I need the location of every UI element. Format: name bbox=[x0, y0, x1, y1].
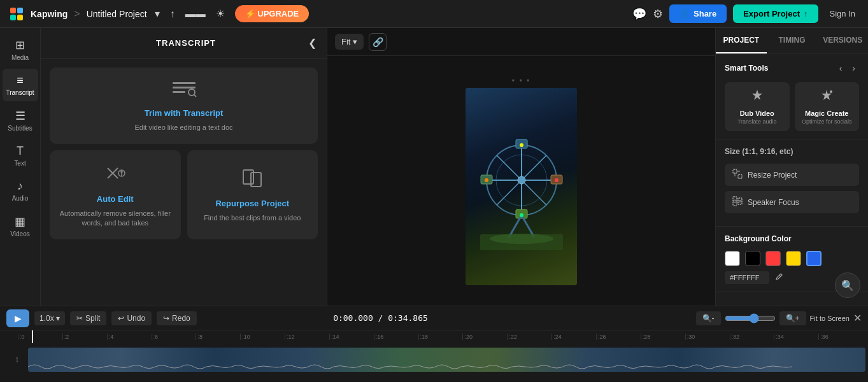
fit-chevron-icon: ▾ bbox=[353, 37, 357, 46]
size-label: Size (1:1, 9:16, etc) bbox=[725, 147, 793, 156]
fit-dropdown-btn[interactable]: Fit ▾ bbox=[335, 34, 364, 50]
tool-card-repurpose[interactable]: Repurpose Project Find the best clips fr… bbox=[187, 150, 318, 239]
share-button[interactable]: 👤 Share bbox=[669, 4, 727, 23]
search-fab[interactable]: 🔍 bbox=[835, 272, 860, 298]
color-swatch-blue[interactable] bbox=[806, 251, 822, 266]
timeline-tools: 🔍- 🔍+ Fit to Screen ✕ bbox=[696, 311, 862, 325]
svg-line-8 bbox=[194, 95, 196, 97]
smart-tools-next-btn[interactable]: › bbox=[848, 62, 859, 74]
svg-rect-5 bbox=[173, 87, 196, 88]
video-canvas[interactable]: • • • bbox=[327, 56, 715, 306]
timeline-ruler: :0 :2 :4 :6 :8 :10 :12 :14 :16 :18 :20 :… bbox=[13, 330, 868, 343]
smart-tools-title: Smart Tools ‹ › bbox=[725, 62, 859, 74]
trim-tool-icon bbox=[171, 78, 197, 103]
svg-point-35 bbox=[485, 178, 488, 182]
svg-rect-2 bbox=[10, 15, 16, 20]
svg-rect-40 bbox=[733, 169, 737, 173]
tool-card-trim[interactable]: Trim with Transcript Edit video like edi… bbox=[50, 67, 318, 144]
comments-btn[interactable]: 💬 bbox=[632, 7, 646, 21]
smart-tool-magic-create[interactable]: Magic Create Optimize for socials bbox=[795, 82, 860, 131]
share-icon: 👤 bbox=[679, 9, 690, 18]
tab-timing[interactable]: TIMING bbox=[767, 28, 818, 53]
timeline: ▶ 1.0x ▾ ✂ Split ↩ Undo ↪ Redo 0:00.000 … bbox=[0, 306, 868, 382]
play-button[interactable]: ▶ bbox=[6, 309, 29, 327]
tab-versions[interactable]: VERSIONS bbox=[817, 28, 868, 53]
video-preview[interactable] bbox=[466, 88, 577, 285]
svg-point-46 bbox=[734, 200, 736, 202]
upload-btn[interactable]: ↑ bbox=[167, 6, 178, 22]
sidebar-item-subtitles[interactable]: ☰ Subtitles bbox=[3, 104, 38, 137]
transcript-title: TRANSCRIPT bbox=[64, 38, 308, 48]
resize-label: Resize Project bbox=[748, 171, 797, 180]
lock-aspect-btn[interactable]: 🔗 bbox=[369, 33, 387, 51]
sidebar-item-videos[interactable]: ▦ Videos bbox=[3, 209, 38, 243]
tab-project[interactable]: PROJECT bbox=[716, 28, 767, 53]
ruler-mark-14: :14 bbox=[329, 334, 374, 340]
svg-point-39 bbox=[830, 90, 832, 93]
theme-btn[interactable]: ☀ bbox=[213, 5, 227, 22]
ruler-mark-34: :34 bbox=[774, 334, 818, 340]
sidebar-item-text[interactable]: T Text bbox=[3, 139, 38, 172]
collapse-panel-btn[interactable]: ❮ bbox=[308, 37, 317, 49]
project-dropdown-btn[interactable]: ▾ bbox=[152, 5, 162, 22]
bg-color-hex-input[interactable]: #FFFFFF bbox=[725, 271, 769, 284]
color-swatch-red[interactable] bbox=[765, 251, 781, 266]
smart-tools-section: Smart Tools ‹ › Dub Video Translate audi… bbox=[716, 54, 868, 139]
timeline-track[interactable]: 1 bbox=[13, 343, 868, 382]
zoom-out-btn[interactable]: 🔍- bbox=[696, 311, 721, 325]
resize-project-btn[interactable]: Resize Project bbox=[725, 164, 859, 186]
zoom-slider[interactable] bbox=[725, 313, 776, 323]
eyedropper-btn[interactable] bbox=[774, 272, 783, 283]
split-button[interactable]: ✂ Split bbox=[70, 311, 106, 325]
audio-icon: ♪ bbox=[17, 180, 23, 193]
transcript-panel: TRANSCRIPT ❮ Trim with Transcript Edit v… bbox=[41, 28, 327, 306]
export-button[interactable]: Export Project ↑ bbox=[733, 4, 818, 23]
more-options-dots[interactable]: • • • bbox=[512, 76, 530, 85]
svg-line-24 bbox=[497, 180, 522, 205]
speed-selector[interactable]: 1.0x ▾ bbox=[34, 311, 65, 325]
settings-btn[interactable]: ⚙ bbox=[653, 7, 663, 21]
smart-tools-prev-btn[interactable]: ‹ bbox=[836, 62, 846, 74]
upgrade-button[interactable]: ⚡ UPGRADE bbox=[235, 5, 309, 22]
videos-icon: ▦ bbox=[15, 215, 25, 229]
repurpose-title: Repurpose Project bbox=[215, 199, 289, 208]
track-content[interactable] bbox=[28, 348, 865, 372]
transcript-icon: ≡ bbox=[17, 74, 24, 87]
timeline-controls: ▶ 1.0x ▾ ✂ Split ↩ Undo ↪ Redo 0:00.000 … bbox=[0, 306, 868, 330]
sidebar-item-media[interactable]: ⊞ Media bbox=[3, 33, 38, 66]
svg-rect-0 bbox=[10, 8, 16, 13]
zoom-in-btn[interactable]: 🔍+ bbox=[779, 311, 806, 325]
smart-tool-dub-video[interactable]: Dub Video Translate audio bbox=[725, 82, 790, 131]
redo-button[interactable]: ↪ Redo bbox=[157, 311, 197, 325]
right-tabs: PROJECT TIMING VERSIONS bbox=[716, 28, 868, 54]
speaker-focus-label: Speaker Focus bbox=[748, 198, 799, 207]
smart-tools-grid: Dub Video Translate audio Magic Create O… bbox=[725, 82, 859, 131]
color-swatch-white[interactable] bbox=[725, 251, 740, 266]
project-name[interactable]: Untitled Project bbox=[87, 9, 147, 19]
dub-video-sublabel: Translate audio bbox=[730, 118, 785, 125]
repurpose-desc: Find the best clips from a video bbox=[204, 213, 301, 223]
tool-card-auto-edit[interactable]: Auto Edit Automatically remove silences,… bbox=[50, 150, 181, 239]
undo-label: Undo bbox=[127, 314, 145, 323]
undo-button[interactable]: ↩ Undo bbox=[111, 311, 152, 325]
sidebar-item-transcript[interactable]: ≡ Transcript bbox=[3, 69, 38, 101]
signin-button[interactable]: Sign In bbox=[825, 6, 860, 21]
fit-to-screen-btn[interactable]: Fit to Screen bbox=[810, 315, 850, 322]
topbar-right: 💬 ⚙ 👤 Share Export Project ↑ Sign In bbox=[632, 4, 860, 23]
speed-label: 1.0x bbox=[39, 314, 54, 323]
video-area: Fit ▾ 🔗 • • • bbox=[327, 28, 715, 306]
subtitles-btn[interactable]: ▬▬ bbox=[183, 6, 208, 22]
color-swatch-yellow[interactable] bbox=[786, 251, 801, 266]
zoom-out-icon: 🔍- bbox=[702, 314, 715, 323]
color-swatch-black[interactable] bbox=[745, 251, 760, 266]
ruler-mark-0: :0 bbox=[18, 334, 62, 340]
export-icon: ↑ bbox=[804, 9, 808, 18]
svg-line-48 bbox=[779, 275, 781, 276]
smart-tools-label: Smart Tools bbox=[725, 64, 768, 73]
speaker-focus-btn[interactable]: Speaker Focus bbox=[725, 191, 859, 213]
sidebar-label-text: Text bbox=[14, 160, 25, 167]
transcript-header: TRANSCRIPT ❮ bbox=[41, 28, 327, 59]
sidebar-item-audio[interactable]: ♪ Audio bbox=[3, 174, 38, 207]
brand-name: Kapwing bbox=[31, 9, 68, 19]
close-timeline-btn[interactable]: ✕ bbox=[853, 312, 862, 324]
